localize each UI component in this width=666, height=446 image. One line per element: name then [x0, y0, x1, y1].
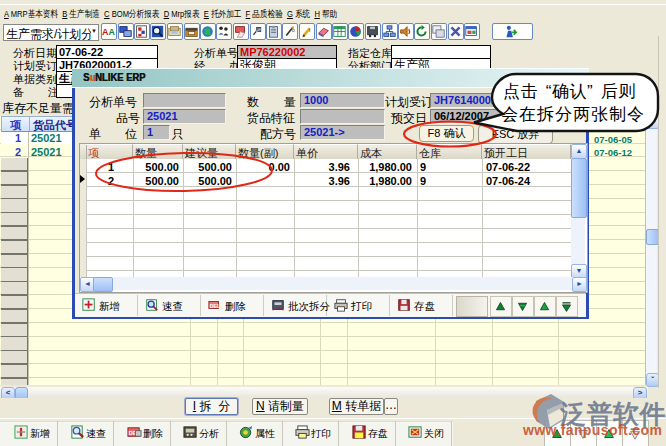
svg-text:i: i	[309, 27, 310, 33]
svg-text:o: o	[292, 28, 295, 33]
svg-text:DEL: DEL	[210, 303, 221, 309]
svg-text:A: A	[109, 27, 116, 37]
